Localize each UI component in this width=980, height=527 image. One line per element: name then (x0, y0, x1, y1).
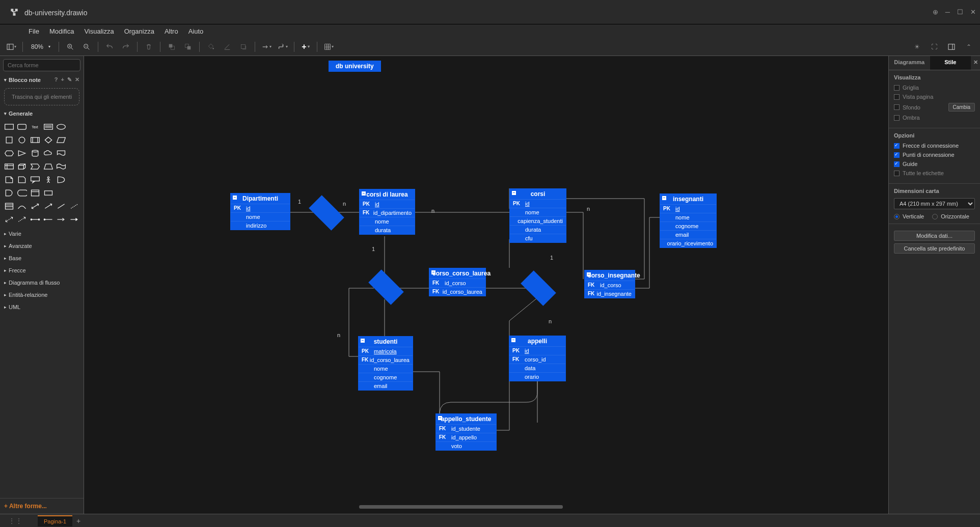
change-bg-button[interactable]: Cambia (948, 103, 975, 112)
shape-dashed[interactable] (68, 200, 80, 212)
page-tab-1[interactable]: Pagina-1 (38, 515, 72, 526)
shadow-icon[interactable] (236, 40, 251, 54)
entity-studenti[interactable]: −studenti PKmatricola FKid_corso_laurea … (358, 336, 413, 391)
shape-circle[interactable] (16, 134, 29, 146)
canvas[interactable]: db university −Dipartimenti PKid nome in… (84, 56, 888, 514)
shape-trapezoid[interactable] (42, 160, 55, 173)
entity-corsi-laurea[interactable]: −corsi di laurea PKid FKid_dipartimento … (359, 189, 415, 235)
shape-roundrect[interactable] (16, 121, 29, 133)
close-icon[interactable]: ✕ (970, 8, 976, 16)
shape-blank7[interactable] (68, 187, 80, 199)
shape-line[interactable] (56, 200, 68, 212)
to-front-icon[interactable] (165, 40, 179, 54)
shape-cylinder[interactable] (29, 147, 41, 159)
reset-style-button[interactable]: Cancella stile predefinito (894, 243, 975, 254)
category-er[interactable]: ▸Entità-relazione (0, 289, 84, 301)
radio-portrait[interactable] (894, 214, 900, 219)
shape-internal[interactable] (3, 160, 15, 173)
menu-view[interactable]: Visualizza (79, 26, 119, 37)
more-shapes-button[interactable]: + Altre forme... (0, 498, 84, 514)
relationship-diamond-3[interactable] (521, 270, 556, 306)
menu-edit[interactable]: Modifica (44, 26, 79, 37)
paper-size-select[interactable]: A4 (210 mm x 297 mm) (894, 198, 975, 209)
checkbox-guides[interactable]: Guide (894, 161, 975, 167)
entity-insegnanti[interactable]: −insegnanti PKid nome cognome email orar… (660, 193, 717, 248)
minimize-icon[interactable]: ─ (945, 8, 950, 16)
shape-blank2[interactable] (68, 134, 80, 146)
maximize-icon[interactable]: ☐ (957, 8, 963, 16)
table-icon[interactable]: ▾ (321, 40, 336, 54)
tab-close-icon[interactable]: ✕ (971, 56, 980, 70)
shape-hexagon[interactable] (3, 147, 15, 159)
shape-blank6[interactable] (56, 187, 68, 199)
globe-icon[interactable]: ⊕ (933, 8, 938, 16)
horizontal-scrollbar[interactable] (359, 505, 563, 509)
shape-parallelogram[interactable] (56, 134, 68, 146)
scratchpad-header[interactable]: ▾Blocco note ?+✎✕ (0, 74, 84, 85)
checkbox-conn-arrows[interactable]: Frecce di connessione (894, 143, 975, 149)
fullscreen-icon[interactable]: ⛶ (927, 40, 941, 54)
shape-link3[interactable] (56, 213, 68, 226)
shape-tape[interactable] (56, 160, 68, 173)
shape-arrow[interactable] (42, 200, 55, 212)
delete-icon[interactable] (142, 40, 156, 54)
drag-handle-icon[interactable]: ⋮⋮ (8, 517, 22, 525)
shape-textbox[interactable] (42, 121, 55, 133)
shape-ellipse[interactable] (56, 121, 68, 133)
line-color-icon[interactable] (220, 40, 234, 54)
shape-cube[interactable] (16, 160, 29, 173)
checkbox-conn-points[interactable]: Punti di connessione (894, 152, 975, 158)
category-base[interactable]: ▸Base (0, 252, 84, 264)
shape-link2[interactable] (42, 213, 55, 226)
shape-dashed-arrow-bi[interactable] (3, 213, 15, 226)
shape-cloud[interactable] (42, 147, 55, 159)
shape-triangle[interactable] (16, 147, 29, 159)
tab-diagram[interactable]: Diagramma (889, 56, 930, 70)
edit-scratch-icon[interactable]: ✎ (67, 76, 72, 83)
waypoint-icon[interactable]: ▾ (276, 40, 290, 54)
shape-curve[interactable] (16, 200, 29, 212)
shape-square[interactable] (3, 134, 15, 146)
entity-appello-studente[interactable]: −appello_studente FKid_studente FKid_app… (435, 413, 497, 451)
relationship-diamond-1[interactable] (309, 195, 344, 231)
shape-rect2[interactable] (42, 187, 55, 199)
shape-callout[interactable] (29, 174, 41, 186)
sidebar-toggle-icon[interactable]: ▾ (4, 40, 18, 54)
shape-diamond[interactable] (42, 134, 55, 146)
checkbox-page-view[interactable]: Vista pagina (894, 94, 975, 100)
help-icon[interactable]: ? (55, 76, 58, 83)
fill-color-icon[interactable] (204, 40, 218, 54)
category-avanzate[interactable]: ▸Avanzate (0, 240, 84, 252)
category-frecce[interactable]: ▸Frecce (0, 264, 84, 276)
undo-icon[interactable] (102, 40, 117, 54)
close-scratch-icon[interactable]: ✕ (75, 76, 79, 83)
add-scratch-icon[interactable]: + (61, 76, 64, 83)
shape-list[interactable] (3, 200, 15, 212)
shape-arrow-bi[interactable] (29, 200, 41, 212)
format-panel-icon[interactable] (944, 40, 959, 54)
shape-note[interactable] (3, 174, 15, 186)
zoom-control[interactable]: 80%▾ (27, 43, 55, 50)
checkbox-shadow[interactable]: Ombra (894, 115, 975, 121)
connection-icon[interactable]: ▾ (259, 40, 274, 54)
checkbox-background[interactable]: SfondoCambia (894, 103, 975, 112)
relationship-diamond-2[interactable] (368, 269, 404, 305)
shape-document[interactable] (56, 147, 68, 159)
shape-text[interactable]: Text (29, 121, 41, 133)
entity-appelli[interactable]: −appelli PKid FKcorso_id data orario (509, 336, 566, 381)
shape-rect[interactable] (3, 121, 15, 133)
radio-landscape[interactable] (932, 214, 938, 219)
add-icon[interactable]: +▾ (298, 40, 313, 54)
checkbox-all-labels[interactable]: Tutte le etichette (894, 170, 975, 176)
theme-icon[interactable]: ☀ (910, 40, 924, 54)
shape-link4[interactable] (68, 213, 80, 226)
shape-step[interactable] (29, 160, 41, 173)
to-back-icon[interactable] (181, 40, 195, 54)
zoom-in-icon[interactable] (63, 40, 77, 54)
tab-style[interactable]: Stile (930, 56, 971, 70)
redo-icon[interactable] (119, 40, 133, 54)
collapse-icon[interactable]: ⌃ (962, 40, 976, 54)
scratchpad-dropzone[interactable]: Trascina qui gli elementi (4, 88, 79, 105)
menu-file[interactable]: File (23, 26, 44, 37)
entity-corsi[interactable]: −corsi PKid nome capienza_studenti durat… (509, 188, 566, 243)
